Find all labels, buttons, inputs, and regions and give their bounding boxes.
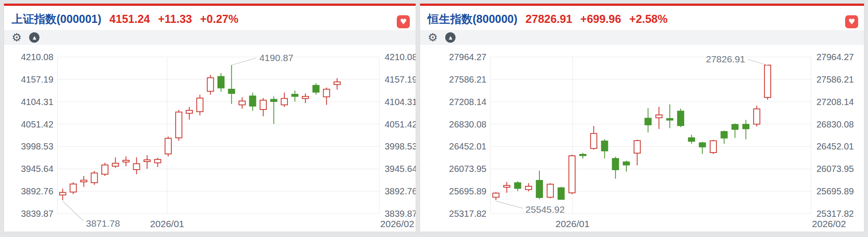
- heart-icon: ♥: [848, 18, 855, 26]
- candle-body[interactable]: [197, 98, 203, 112]
- candle-body[interactable]: [536, 180, 542, 198]
- candle-body[interactable]: [743, 124, 749, 129]
- settings-gear-icon[interactable]: ⚙: [428, 32, 438, 43]
- candle-body[interactable]: [281, 98, 287, 105]
- candle-body[interactable]: [580, 154, 586, 156]
- y-axis-label-right: 3998.53: [385, 141, 416, 151]
- candle-body[interactable]: [186, 110, 192, 114]
- candle-body[interactable]: [144, 160, 150, 162]
- low-annotation: 25545.92: [525, 204, 565, 215]
- favorite-button[interactable]: ♥: [845, 15, 858, 28]
- high-leader-line: [748, 59, 768, 65]
- high-leader-line: [231, 58, 256, 65]
- candle-body[interactable]: [313, 85, 319, 92]
- candle-body[interactable]: [503, 185, 510, 187]
- candle-body[interactable]: [601, 141, 608, 151]
- y-axis-label-left: 26452.01: [449, 141, 486, 151]
- y-axis-label-left: 25317.82: [449, 209, 486, 219]
- index-change: +11.33: [158, 13, 192, 26]
- low-leader-line: [63, 201, 83, 221]
- settings-gear-icon[interactable]: ⚙: [12, 32, 22, 43]
- x-axis-label-jan: 2026/01: [150, 219, 184, 229]
- up-triangle-icon: ▲: [33, 35, 36, 40]
- candle-body[interactable]: [334, 82, 340, 84]
- candle-body[interactable]: [612, 158, 619, 170]
- candle-body[interactable]: [302, 97, 308, 99]
- candle-body[interactable]: [547, 184, 553, 197]
- candle-body[interactable]: [271, 99, 277, 101]
- low-leader-line: [496, 201, 523, 208]
- candle-body[interactable]: [525, 186, 532, 189]
- candle-body[interactable]: [732, 124, 738, 129]
- y-axis-label-left: 3945.64: [21, 164, 53, 174]
- candle-body[interactable]: [623, 162, 629, 165]
- candle-body[interactable]: [176, 112, 182, 138]
- y-axis-label-left: 26073.95: [449, 164, 486, 174]
- favorite-button[interactable]: ♥: [397, 15, 410, 28]
- candle-body[interactable]: [688, 138, 694, 141]
- collapse-button[interactable]: ▲: [445, 32, 456, 43]
- index-price: 27826.91: [525, 13, 572, 26]
- candle-body[interactable]: [721, 132, 727, 138]
- candle-body[interactable]: [260, 100, 266, 110]
- candlestick-chart-shanghai[interactable]: 4210.084210.084157.194157.194104.314104.…: [4, 45, 416, 233]
- candle-body[interactable]: [239, 101, 245, 105]
- candle-body[interactable]: [123, 160, 129, 162]
- y-axis-label-right: 4157.19: [385, 75, 416, 84]
- candle-body[interactable]: [699, 143, 706, 147]
- candle-body[interactable]: [754, 109, 760, 124]
- candle-body[interactable]: [677, 111, 684, 126]
- index-change-pct: +2.58%: [629, 13, 668, 26]
- high-annotation: 27826.91: [706, 54, 745, 64]
- index-price: 4151.24: [109, 13, 150, 26]
- candle-body[interactable]: [112, 163, 118, 167]
- candle-body[interactable]: [323, 89, 330, 97]
- candle-body[interactable]: [667, 118, 673, 120]
- widget-header: 恒生指数(800000) 27826.91 +699.96 +2.58%: [428, 12, 837, 26]
- candle-body[interactable]: [558, 188, 564, 199]
- index-change: +699.96: [580, 13, 621, 26]
- candle-body[interactable]: [91, 173, 97, 183]
- chart-toolbar: ⚙ ▲: [420, 30, 864, 45]
- candle-body[interactable]: [165, 138, 171, 154]
- candle-body[interactable]: [228, 89, 234, 93]
- index-widget-shanghai: 上证指数(000001) 4151.24 +11.33 +0.27% ♥ ⚙ ▲…: [4, 4, 416, 232]
- candle-body[interactable]: [102, 165, 108, 174]
- candle-body[interactable]: [634, 140, 640, 153]
- candle-body[interactable]: [292, 94, 298, 97]
- index-name-link[interactable]: 恒生指数(800000): [428, 12, 517, 26]
- candle-body[interactable]: [569, 156, 575, 193]
- candle-body[interactable]: [155, 159, 161, 163]
- y-axis-label-right: 26452.01: [816, 141, 854, 151]
- candle-body[interactable]: [656, 115, 662, 118]
- candle-body[interactable]: [218, 76, 224, 88]
- candle-body[interactable]: [81, 180, 87, 182]
- heart-icon: ♥: [400, 18, 407, 26]
- y-axis-label-right: 27208.14: [816, 97, 854, 107]
- candle-body[interactable]: [764, 65, 771, 97]
- x-axis-label-jan: 2026/01: [556, 219, 590, 229]
- candle-body[interactable]: [134, 164, 140, 170]
- candle-body[interactable]: [207, 78, 213, 91]
- candle-body[interactable]: [70, 184, 76, 192]
- x-axis-label-feb: 2026/02: [812, 219, 846, 229]
- y-axis-label-right: 26830.08: [816, 119, 854, 129]
- candle-body[interactable]: [590, 133, 597, 148]
- candle-body[interactable]: [493, 193, 499, 197]
- candle-body[interactable]: [710, 141, 716, 153]
- index-name-link[interactable]: 上证指数(000001): [12, 12, 101, 26]
- y-axis-label-right: 26073.95: [816, 164, 854, 174]
- candle-body[interactable]: [60, 193, 66, 195]
- candle-body[interactable]: [250, 96, 256, 106]
- y-axis-label-left: 4051.42: [21, 119, 53, 129]
- y-axis-label-right: 27964.27: [816, 52, 854, 62]
- y-axis-label-right: 3945.64: [385, 164, 416, 174]
- high-annotation: 4190.87: [259, 53, 293, 63]
- candle-body[interactable]: [515, 183, 521, 189]
- collapse-button[interactable]: ▲: [29, 32, 39, 43]
- y-axis-label-left: 27964.27: [449, 52, 486, 62]
- candle-body[interactable]: [645, 118, 651, 125]
- widget-header: 上证指数(000001) 4151.24 +11.33 +0.27%: [12, 12, 389, 26]
- y-axis-label-left: 25695.89: [449, 186, 486, 196]
- candlestick-chart-hangseng[interactable]: 27964.2727964.2727586.2127586.2127208.14…: [420, 45, 864, 233]
